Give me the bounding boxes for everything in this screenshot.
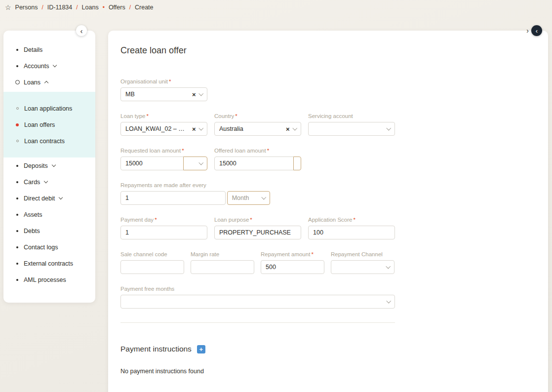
field-payment-free-months: Payment free months (120, 286, 395, 309)
sidebar-item-cards[interactable]: Cards (3, 174, 95, 190)
payment-free-months-select[interactable] (120, 295, 395, 309)
field-offered-loan-amount: Offered loan amount* (214, 148, 301, 170)
field-label: Offered loan amount (214, 148, 266, 154)
bullet-icon (16, 230, 18, 232)
breadcrumb-item-offers[interactable]: Offers (109, 4, 125, 11)
panel-nav-buttons: › ‹ (526, 25, 542, 36)
chevron-right-icon[interactable]: › (526, 25, 529, 36)
field-label: Sale channel code (120, 251, 167, 257)
requested-loan-amount-unit-select[interactable] (183, 157, 207, 170)
application-score-input[interactable] (308, 226, 395, 239)
required-marker: * (267, 148, 269, 154)
add-payment-instruction-button[interactable]: + (197, 345, 205, 353)
breadcrumb-separator: / (129, 4, 131, 11)
field-label: Repayments are made after every (120, 182, 206, 188)
breadcrumb-separator: / (41, 4, 43, 11)
sidebar-item-label: Direct debit (24, 195, 55, 202)
repayment-channel-select[interactable] (331, 260, 394, 274)
sidebar-item-loan-offers[interactable]: Loan offers (3, 117, 95, 133)
repayment-interval-unit-select[interactable]: Month (227, 191, 270, 205)
field-label: Loan type (120, 113, 146, 119)
sidebar-item-label: Loans (24, 79, 40, 86)
sidebar-item-loan-contracts[interactable]: Loan contracts (3, 133, 95, 149)
sidebar-collapse-button[interactable]: ‹ (76, 25, 87, 36)
sidebar-item-deposits[interactable]: Deposits (3, 157, 95, 174)
required-marker: * (354, 217, 355, 223)
payment-day-input[interactable] (120, 226, 207, 239)
main-content: Create loan offer Organisational unit* M… (108, 31, 548, 375)
breadcrumb-separator: / (76, 4, 78, 11)
bullet-icon (16, 165, 18, 167)
sidebar-item-contact-logs[interactable]: Contact logs (3, 239, 95, 255)
active-dot-icon (16, 123, 19, 126)
sidebar-item-details[interactable]: Details (3, 41, 95, 58)
bullet-icon (16, 279, 18, 281)
field-organisational-unit: Organisational unit* MB × (120, 78, 207, 101)
select-value: Australia (219, 125, 283, 132)
chevron-up-icon (44, 81, 48, 85)
sidebar-item-label: Loan contracts (24, 138, 65, 145)
chevron-down-icon (198, 91, 203, 95)
chevron-down-icon (386, 298, 391, 303)
offered-loan-amount-input[interactable] (214, 157, 294, 170)
sidebar-item-direct-debit[interactable]: Direct debit (3, 190, 95, 206)
sidebar-item-label: External contracts (24, 260, 73, 267)
chevron-down-icon (386, 264, 390, 268)
chevron-down-icon (386, 125, 391, 130)
sidebar-item-label: Loan offers (24, 121, 55, 128)
field-margin-rate: Margin rate (191, 251, 254, 274)
sidebar-item-debts[interactable]: Debts (3, 223, 95, 239)
breadcrumb-item-loans[interactable]: Loans (82, 4, 99, 11)
field-sale-channel-code: Sale channel code (120, 251, 184, 274)
sidebar-item-loans[interactable]: Loans (3, 74, 95, 90)
field-label: Payment free months (120, 286, 174, 292)
field-repayment-interval: Repayments are made after every Month (120, 182, 270, 205)
sidebar-nav: Details Accounts Loans Loan applications… (3, 31, 95, 288)
loans-submenu: Loan applications Loan offers Loan contr… (3, 92, 95, 157)
sidebar-item-label: Assets (24, 211, 42, 218)
chevron-down-icon (292, 125, 297, 130)
clear-icon[interactable]: × (192, 91, 196, 98)
field-repayment-channel: Repayment Channel (331, 251, 394, 274)
bullet-icon (16, 246, 18, 248)
loan-offer-form: Organisational unit* MB × Loan type* (120, 78, 395, 375)
servicing-account-select[interactable] (308, 122, 395, 136)
bullet-icon (16, 181, 18, 183)
field-label: Margin rate (191, 251, 219, 257)
field-repayment-amount: Repayment amount* (261, 251, 324, 274)
country-select[interactable]: Australia × (214, 122, 301, 136)
repayment-amount-input[interactable] (261, 260, 324, 274)
payment-instructions-empty-text: No payment instructions found (120, 368, 395, 375)
sidebar-item-aml-processes[interactable]: AML processes (3, 272, 95, 288)
repayment-interval-input[interactable] (120, 191, 226, 205)
sidebar-item-external-contracts[interactable]: External contracts (3, 255, 95, 272)
sidebar-item-loan-applications[interactable]: Loan applications (3, 100, 95, 117)
select-value: LOAN_KWAI_02 – … (125, 125, 189, 132)
breadcrumb: ☆ Persons / ID-11834 / Loans • Offers / … (0, 0, 154, 15)
clear-icon[interactable]: × (286, 125, 290, 133)
sale-channel-code-input[interactable] (120, 260, 184, 274)
required-marker: * (250, 217, 252, 223)
breadcrumb-item-create[interactable]: Create (135, 4, 154, 11)
sidebar-item-assets[interactable]: Assets (3, 206, 95, 223)
sidebar-item-accounts[interactable]: Accounts (3, 58, 95, 74)
field-country: Country* Australia × (214, 113, 301, 136)
clear-icon[interactable]: × (192, 125, 196, 133)
breadcrumb-item-person-id[interactable]: ID-11834 (47, 4, 73, 11)
required-marker: * (182, 148, 184, 154)
breadcrumb-separator: • (103, 4, 105, 11)
margin-rate-input[interactable] (191, 260, 254, 274)
field-loan-type: Loan type* LOAN_KWAI_02 – … × (120, 113, 207, 136)
loan-type-select[interactable]: LOAN_KWAI_02 – … × (120, 122, 207, 136)
home-icon[interactable]: ☆ (5, 3, 11, 11)
loan-purpose-input[interactable] (214, 226, 301, 239)
breadcrumb-item-persons[interactable]: Persons (15, 4, 38, 11)
panel-collapse-button[interactable]: ‹ (531, 25, 542, 36)
requested-loan-amount-input[interactable] (120, 157, 184, 170)
organisational-unit-select[interactable]: MB × (120, 87, 207, 101)
sidebar-item-label: Debts (24, 228, 40, 235)
radio-ring-icon (15, 80, 20, 84)
sidebar-item-label: Loan applications (24, 105, 72, 112)
field-servicing-account: Servicing account (308, 113, 395, 136)
offered-loan-amount-unit-box[interactable] (293, 157, 301, 170)
